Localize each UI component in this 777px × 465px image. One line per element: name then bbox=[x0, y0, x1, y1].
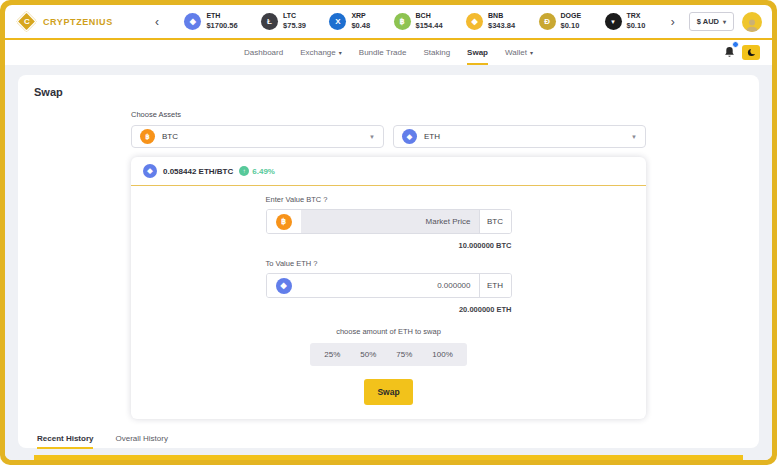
chevron-down-icon: ▾ bbox=[339, 49, 342, 56]
content-area: Swap Choose Assets ฿ BTC ▼ ◆ ETH ▼ bbox=[5, 65, 772, 460]
chevron-down-icon: ▾ bbox=[530, 49, 533, 56]
brand-logo: C CRYPTZENIUS bbox=[19, 14, 141, 29]
to-asset-select[interactable]: ◆ ETH ▼ bbox=[393, 125, 646, 148]
col-pair: Pair bbox=[311, 455, 389, 460]
moon-icon bbox=[746, 47, 757, 58]
nav-item-exchange[interactable]: Exchange▾ bbox=[300, 40, 342, 65]
eth-icon: ◆ bbox=[276, 278, 292, 294]
nav-item-swap[interactable]: Swap bbox=[467, 40, 488, 65]
bch-icon: ฿ bbox=[394, 13, 411, 30]
app-frame: C CRYPTZENIUS ‹ ◆ ETH $1700.56 Ł LTC $75… bbox=[0, 0, 777, 465]
ticker-coin-trx: ▼ TRX $0.10 bbox=[605, 12, 646, 30]
ticker-coin-doge: Đ DOGE $0.10 bbox=[539, 12, 582, 30]
doge-icon: Đ bbox=[539, 13, 556, 30]
to-input-unit: ETH bbox=[479, 274, 511, 297]
to-input-coin: ◆ bbox=[267, 274, 301, 297]
to-asset-symbol: ETH bbox=[424, 132, 440, 141]
chevron-down-icon: ▼ bbox=[631, 134, 637, 140]
ticker-coin-bch: ฿ BCH $154.44 bbox=[394, 12, 443, 30]
nav-links: Dashboard Exchange▾ Bundle Trade Staking… bbox=[244, 40, 533, 65]
from-asset-symbol: BTC bbox=[162, 132, 178, 141]
coin-symbol: LTC bbox=[283, 12, 306, 21]
swap-card: ◆ 0.058442 ETH/BTC ↑ 6.49% Enter Value B… bbox=[131, 157, 646, 419]
percent-100-button[interactable]: 100% bbox=[422, 347, 462, 362]
from-input-group: ฿ BTC bbox=[266, 209, 512, 234]
swap-panel: Swap Choose Assets ฿ BTC ▼ ◆ ETH ▼ bbox=[18, 75, 759, 448]
ticker-coin-eth: ◆ ETH $1700.56 bbox=[184, 12, 237, 30]
nav-item-bundle-trade[interactable]: Bundle Trade bbox=[359, 40, 407, 65]
pair-rate: 0.058442 ETH/BTC bbox=[163, 167, 233, 176]
from-asset-select[interactable]: ฿ BTC ▼ bbox=[131, 125, 384, 148]
trx-icon: ▼ bbox=[605, 13, 622, 30]
from-input-coin: ฿ bbox=[267, 210, 301, 233]
to-input-label: To Value ETH ? bbox=[266, 259, 512, 268]
btc-icon: ฿ bbox=[140, 129, 155, 144]
to-balance: 20.000000 ETH bbox=[266, 305, 512, 314]
coin-price: $0.10 bbox=[627, 21, 646, 30]
currency-label: $ AUD bbox=[697, 17, 719, 26]
brand-name: CRYPTZENIUS bbox=[43, 17, 113, 27]
coin-price: $75.39 bbox=[283, 21, 306, 30]
col-status: Status bbox=[615, 455, 743, 460]
from-input-label: Enter Value BTC ? bbox=[266, 195, 512, 204]
coin-price: $154.44 bbox=[416, 21, 443, 30]
xrp-icon: X bbox=[329, 13, 346, 30]
table-header-row: S.No Date & Time Pair Price Amount Statu… bbox=[34, 455, 743, 460]
percent-25-button[interactable]: 25% bbox=[314, 347, 350, 362]
eth-icon: ◆ bbox=[402, 129, 417, 144]
coin-symbol: XRP bbox=[351, 12, 370, 21]
ticker-coin-xrp: X XRP $0.48 bbox=[329, 12, 370, 30]
coin-price: $343.84 bbox=[488, 21, 515, 30]
coin-symbol: DOGE bbox=[561, 12, 582, 21]
swap-button[interactable]: Swap bbox=[364, 379, 412, 405]
rate-change: ↑ 6.49% bbox=[239, 166, 275, 176]
col-date-time: Date & Time bbox=[119, 455, 310, 460]
choose-assets-section: Choose Assets ฿ BTC ▼ ◆ ETH ▼ bbox=[131, 110, 646, 148]
chevron-down-icon: ▾ bbox=[723, 18, 726, 25]
to-value-input[interactable] bbox=[301, 274, 479, 297]
price-ticker: ‹ ◆ ETH $1700.56 Ł LTC $75.39 X XRP bbox=[149, 12, 681, 30]
notifications-button[interactable] bbox=[724, 44, 735, 62]
btc-icon: ฿ bbox=[276, 214, 292, 230]
coin-symbol: TRX bbox=[627, 12, 646, 21]
col-sno: S.No bbox=[34, 455, 119, 460]
tab-overall-history[interactable]: Overall History bbox=[115, 430, 167, 449]
nav-right-controls bbox=[724, 40, 760, 65]
from-balance: 10.000000 BTC bbox=[266, 241, 512, 250]
tab-recent-history[interactable]: Recent History bbox=[37, 430, 93, 449]
percent-50-button[interactable]: 50% bbox=[350, 347, 386, 362]
chevron-down-icon: ▼ bbox=[369, 134, 375, 140]
coin-price: $1700.56 bbox=[206, 21, 237, 30]
ticker-coin-bnb: ◆ BNB $343.84 bbox=[466, 12, 515, 30]
page-title: Swap bbox=[34, 86, 743, 98]
nav-item-wallet[interactable]: Wallet▾ bbox=[505, 40, 533, 65]
topbar: C CRYPTZENIUS ‹ ◆ ETH $1700.56 Ł LTC $75… bbox=[5, 5, 772, 40]
history-table: S.No Date & Time Pair Price Amount Statu… bbox=[34, 455, 743, 460]
from-value-input[interactable] bbox=[301, 210, 479, 233]
amount-chooser-label: choose amount of ETH to swap bbox=[266, 327, 512, 336]
coin-symbol: BNB bbox=[488, 12, 515, 21]
percent-button-group: 25% 50% 75% 100% bbox=[310, 343, 467, 366]
user-avatar[interactable] bbox=[742, 12, 762, 32]
arrow-up-icon: ↑ bbox=[239, 166, 249, 176]
person-icon bbox=[744, 17, 760, 32]
rate-header: ◆ 0.058442 ETH/BTC ↑ 6.49% bbox=[131, 157, 646, 186]
currency-selector[interactable]: $ AUD ▾ bbox=[689, 12, 734, 31]
nav-item-staking[interactable]: Staking bbox=[423, 40, 450, 65]
from-input-unit: BTC bbox=[479, 210, 511, 233]
percent-75-button[interactable]: 75% bbox=[386, 347, 422, 362]
ticker-next-icon[interactable]: › bbox=[669, 16, 677, 28]
brand-logo-icon: C bbox=[16, 11, 37, 32]
col-amount: Amount bbox=[481, 455, 616, 460]
ticker-prev-icon[interactable]: ‹ bbox=[153, 16, 161, 28]
notification-badge bbox=[732, 41, 739, 48]
to-input-group: ◆ ETH bbox=[266, 273, 512, 298]
dark-mode-toggle[interactable] bbox=[742, 45, 760, 60]
nav-item-dashboard[interactable]: Dashboard bbox=[244, 40, 283, 65]
coin-price: $0.48 bbox=[351, 21, 370, 30]
history-tabs: Recent History Overall History bbox=[34, 430, 743, 449]
main-nav: Dashboard Exchange▾ Bundle Trade Staking… bbox=[5, 40, 772, 65]
coin-symbol: ETH bbox=[206, 12, 237, 21]
coin-price: $0.10 bbox=[561, 21, 582, 30]
rate-change-value: 6.49% bbox=[252, 167, 275, 176]
